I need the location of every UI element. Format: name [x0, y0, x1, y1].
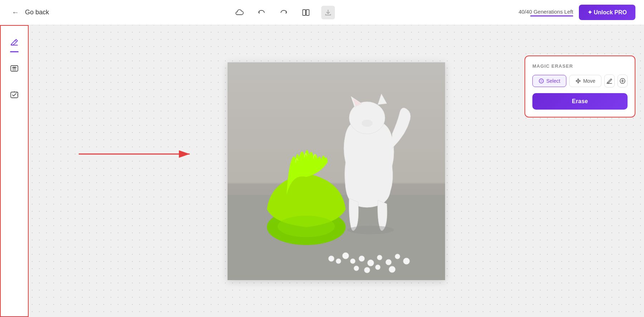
svg-point-21	[367, 260, 374, 266]
download-button[interactable]	[321, 6, 335, 19]
redo-button[interactable]	[277, 6, 291, 19]
svg-point-28	[354, 266, 359, 271]
unlock-pro-button[interactable]: ✦ Unlock PRO	[579, 5, 635, 20]
move-tool-button[interactable]: Move	[569, 75, 601, 87]
svg-rect-0	[303, 10, 306, 15]
panel-title: MAGIC ERASER	[532, 63, 628, 69]
svg-point-7	[15, 67, 16, 68]
svg-point-25	[403, 258, 410, 264]
select-tool-button[interactable]: Select	[532, 75, 566, 87]
right-panel: MAGIC ERASER Select Move	[525, 56, 635, 117]
svg-point-30	[375, 265, 380, 270]
svg-point-31	[389, 266, 395, 273]
eraser-icon-button[interactable]	[604, 75, 614, 87]
svg-rect-1	[306, 10, 309, 15]
main-content: MAGIC ERASER Select Move	[0, 25, 644, 317]
select-label: Select	[546, 78, 560, 84]
generations-bar	[530, 15, 573, 16]
undo-button[interactable]	[255, 6, 268, 19]
header: ← Go back	[0, 0, 644, 25]
header-center	[233, 6, 335, 19]
annotation-arrow	[75, 133, 200, 176]
left-sidebar	[0, 25, 29, 317]
svg-point-23	[386, 259, 391, 265]
svg-point-22	[377, 255, 382, 260]
sidebar-item-ai[interactable]	[5, 59, 23, 77]
scene-image	[228, 62, 445, 280]
compare-button[interactable]	[299, 6, 313, 19]
add-icon-button[interactable]	[618, 75, 628, 87]
header-right: 40/40 Generations Left ✦ Unlock PRO	[518, 5, 635, 20]
svg-point-29	[364, 267, 370, 273]
svg-point-17	[347, 226, 394, 234]
generations-bar-fill	[530, 15, 573, 16]
magic-eraser-panel: MAGIC ERASER Select Move	[525, 56, 635, 117]
generations-wrapper: 40/40 Generations Left	[518, 9, 573, 16]
go-back-label: Go back	[25, 9, 49, 16]
cloud-button[interactable]	[233, 6, 246, 19]
back-arrow-button[interactable]: ←	[9, 6, 22, 19]
header-left: ← Go back	[9, 6, 49, 19]
tool-row: Select Move	[532, 75, 628, 87]
svg-point-16	[362, 120, 372, 127]
svg-point-20	[359, 256, 365, 261]
sidebar-item-enhance[interactable]	[5, 86, 23, 104]
svg-point-24	[395, 254, 400, 259]
erase-button[interactable]: Erase	[532, 93, 628, 110]
sidebar-item-eraser[interactable]	[5, 33, 23, 51]
image-canvas-container	[228, 62, 445, 280]
svg-point-19	[350, 259, 355, 264]
move-label: Move	[583, 78, 595, 84]
svg-point-14	[278, 216, 335, 237]
svg-point-27	[328, 256, 334, 261]
generations-text: 40/40 Generations Left	[518, 9, 573, 15]
svg-point-18	[342, 253, 349, 259]
svg-point-26	[336, 259, 341, 264]
